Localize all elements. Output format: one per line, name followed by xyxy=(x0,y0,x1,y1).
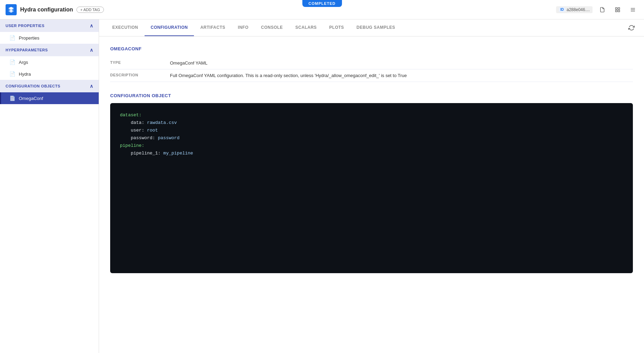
tabs-bar-right xyxy=(626,22,637,33)
doc-icon-omegaconf: 📄 xyxy=(9,95,15,101)
description-row: DESCRIPTION Full OmegaConf YAML configur… xyxy=(110,69,633,82)
tab-console[interactable]: CONSOLE xyxy=(255,19,289,36)
document-icon-button[interactable] xyxy=(597,4,608,15)
content-area: EXECUTION CONFIGURATION ARTIFACTS INFO C… xyxy=(99,19,644,353)
main-layout: USER PROPERTIES ∧ 📄 Properties HYPERPARA… xyxy=(0,19,644,353)
sidebar-section-hyperparameters-label: HYPERPARAMETERS xyxy=(6,48,48,52)
svg-rect-1 xyxy=(618,8,620,9)
layout-icon xyxy=(615,7,620,12)
add-tag-button[interactable]: + ADD TAG xyxy=(76,7,104,13)
type-label: TYPE xyxy=(110,57,166,69)
description-label: DESCRIPTION xyxy=(110,69,166,82)
chevron-up-icon-2: ∧ xyxy=(90,47,93,53)
sidebar-item-hydra-label: Hydra xyxy=(19,72,31,77)
tab-scalars[interactable]: SCALARS xyxy=(289,19,323,36)
tab-debug-samples[interactable]: DEBUG SAMPLES xyxy=(350,19,401,36)
sidebar-item-properties-label: Properties xyxy=(19,35,39,41)
doc-icon: 📄 xyxy=(9,35,15,41)
tab-execution[interactable]: EXECUTION xyxy=(106,19,145,36)
sidebar: USER PROPERTIES ∧ 📄 Properties HYPERPARA… xyxy=(0,19,99,353)
completed-badge: COMPLETED xyxy=(302,0,342,7)
svg-rect-3 xyxy=(618,10,620,12)
chevron-up-icon: ∧ xyxy=(90,23,93,28)
sidebar-section-config-objects[interactable]: CONFIGURATION OBJECTS ∧ xyxy=(0,80,99,92)
tab-configuration[interactable]: CONFIGURATION xyxy=(145,19,194,36)
sidebar-item-args[interactable]: 📄 Args xyxy=(0,56,99,68)
type-value: OmegaConf YAML xyxy=(166,57,633,69)
tab-info[interactable]: INFO xyxy=(231,19,255,36)
tab-plots[interactable]: PLOTS xyxy=(323,19,350,36)
sidebar-item-omegaconf[interactable]: 📄 OmegaConf xyxy=(0,92,99,104)
chevron-up-icon-3: ∧ xyxy=(90,83,93,89)
info-table: TYPE OmegaConf YAML DESCRIPTION Full Ome… xyxy=(110,57,633,82)
top-bar-right: ID a288e046.... xyxy=(556,4,638,15)
sidebar-section-user-properties-label: USER PROPERTIES xyxy=(6,24,44,28)
top-bar: Hydra configuration + ADD TAG COMPLETED … xyxy=(0,0,644,19)
menu-icon-button[interactable] xyxy=(627,4,638,15)
omegaconf-section-title: OMEGACONF xyxy=(110,46,633,51)
sidebar-item-properties[interactable]: 📄 Properties xyxy=(0,32,99,44)
svg-rect-0 xyxy=(616,8,617,9)
id-label: ID xyxy=(559,7,565,12)
description-value: Full OmegaConf YAML configuration. This … xyxy=(166,69,633,82)
sidebar-section-user-properties[interactable]: USER PROPERTIES ∧ xyxy=(0,19,99,32)
sidebar-item-hydra[interactable]: 📄 Hydra xyxy=(0,68,99,80)
sidebar-item-args-label: Args xyxy=(19,60,28,65)
sidebar-item-omegaconf-label: OmegaConf xyxy=(19,96,43,101)
main-content: OMEGACONF TYPE OmegaConf YAML DESCRIPTIO… xyxy=(99,36,644,353)
doc-icon-args: 📄 xyxy=(9,59,15,65)
layout-icon-button[interactable] xyxy=(612,4,623,15)
page-title: Hydra configuration xyxy=(20,7,73,13)
config-object-title: CONFIGURATION OBJECT xyxy=(110,93,633,98)
id-value: a288e046.... xyxy=(566,7,590,12)
refresh-icon xyxy=(628,25,635,31)
menu-icon xyxy=(630,7,636,12)
code-block: dataset: data: rawdata.csv user: root pa… xyxy=(110,103,633,273)
type-row: TYPE OmegaConf YAML xyxy=(110,57,633,69)
app-logo xyxy=(6,4,17,15)
document-icon xyxy=(600,7,605,12)
top-bar-left: Hydra configuration + ADD TAG xyxy=(6,4,556,15)
sidebar-section-hyperparameters[interactable]: HYPERPARAMETERS ∧ xyxy=(0,44,99,56)
id-badge: ID a288e046.... xyxy=(556,6,593,13)
svg-rect-2 xyxy=(616,10,617,12)
sidebar-section-config-objects-label: CONFIGURATION OBJECTS xyxy=(6,84,60,88)
tabs-bar: EXECUTION CONFIGURATION ARTIFACTS INFO C… xyxy=(99,19,644,36)
refresh-icon-button[interactable] xyxy=(626,22,637,33)
tab-artifacts[interactable]: ARTIFACTS xyxy=(194,19,231,36)
doc-icon-hydra: 📄 xyxy=(9,71,15,77)
logo-icon xyxy=(8,6,15,13)
